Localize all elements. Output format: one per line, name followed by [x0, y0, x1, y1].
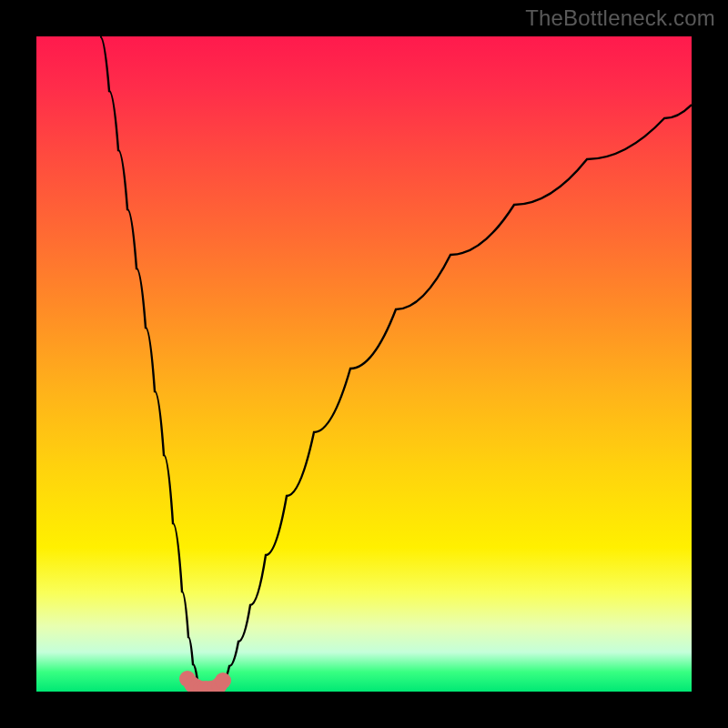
watermark-text: TheBottleneck.com: [525, 5, 715, 31]
curve-right-branch: [218, 105, 692, 686]
plot-area: [36, 36, 692, 692]
valley-marker: [179, 671, 231, 692]
curve-left-branch: [100, 36, 201, 686]
valley-marker-dot: [215, 672, 231, 689]
chart-frame: TheBottleneck.com: [0, 0, 728, 728]
bottleneck-curve: [36, 36, 692, 692]
